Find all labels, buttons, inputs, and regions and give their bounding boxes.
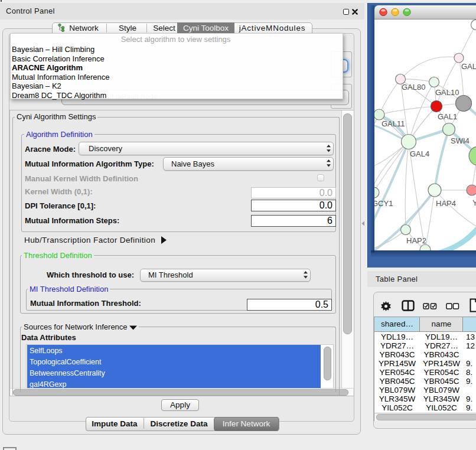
svg-text:HAP2: HAP2 [406, 236, 426, 245]
svg-text:HAP4: HAP4 [436, 199, 456, 208]
svg-text:GAL80: GAL80 [402, 83, 425, 92]
svg-text:GAL11: GAL11 [382, 119, 405, 128]
svg-text:GAL: GAL [461, 62, 476, 71]
svg-text:GAL10: GAL10 [435, 88, 459, 97]
svg-text:Y: Y [472, 198, 476, 207]
svg-text:GCY1: GCY1 [374, 199, 393, 208]
svg-text:SWI4: SWI4 [451, 136, 470, 145]
svg-text:GAL4: GAL4 [410, 149, 429, 158]
svg-text:GAL1: GAL1 [438, 112, 457, 121]
